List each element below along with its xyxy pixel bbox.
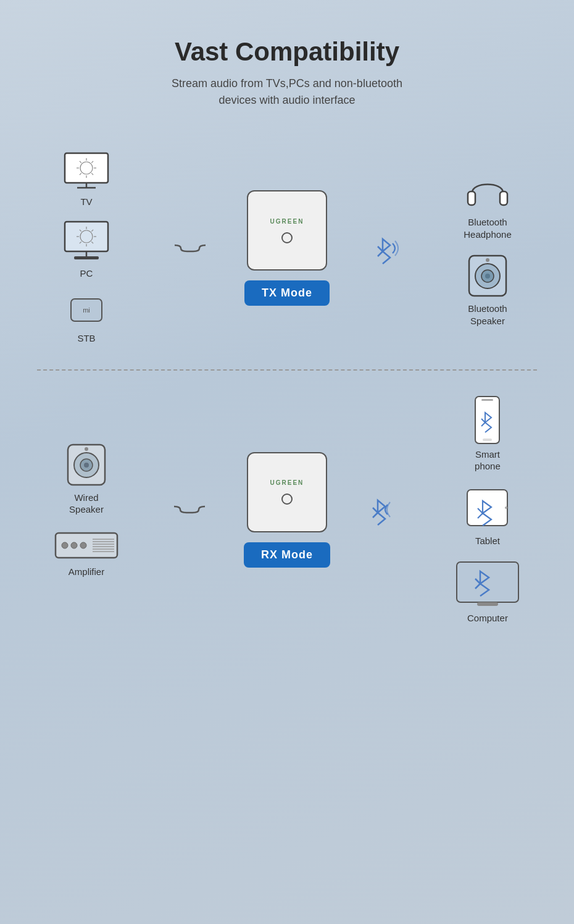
stb-icon: mi bbox=[68, 292, 105, 329]
svg-rect-64 bbox=[477, 602, 498, 606]
svg-line-27 bbox=[378, 251, 383, 256]
page-title: Vast Compatibility bbox=[0, 37, 574, 67]
bt-speaker-device: BluetoothSpeaker bbox=[466, 253, 509, 327]
svg-rect-23 bbox=[74, 256, 99, 259]
svg-rect-55 bbox=[481, 399, 493, 401]
page-subtitle: Stream audio from TVs,PCs and non-blueto… bbox=[0, 75, 574, 109]
amplifier-label: Amplifier bbox=[69, 566, 104, 578]
tablet-device: Tablet bbox=[464, 485, 510, 547]
svg-point-41 bbox=[62, 542, 68, 548]
computer-icon bbox=[454, 559, 522, 608]
brand-label-rx: UGREEN bbox=[270, 479, 304, 486]
pc-icon bbox=[62, 220, 111, 264]
headphone-label: BluetoothHeadphone bbox=[464, 216, 512, 240]
svg-rect-28 bbox=[468, 191, 475, 205]
tx-bt-signal bbox=[365, 230, 402, 267]
svg-rect-0 bbox=[65, 153, 108, 183]
tv-label: TV bbox=[80, 196, 92, 208]
amplifier-device: Amplifier bbox=[52, 528, 120, 578]
tx-cable-connector bbox=[172, 239, 209, 258]
wired-speaker-icon bbox=[65, 442, 108, 488]
tx-section: TV bbox=[0, 133, 574, 363]
svg-rect-29 bbox=[500, 191, 507, 205]
stb-label: STB bbox=[77, 332, 95, 345]
svg-line-51 bbox=[373, 513, 378, 518]
rx-device-box: UGREEN bbox=[247, 452, 327, 532]
svg-rect-12 bbox=[65, 222, 108, 251]
rx-diagram-row: WiredSpeaker bbox=[37, 395, 537, 624]
rx-bt-signal bbox=[365, 491, 402, 528]
computer-label: Computer bbox=[467, 612, 508, 624]
header: Vast Compatibility Stream audio from TVs… bbox=[0, 37, 574, 109]
tx-diagram-row: TV bbox=[37, 152, 537, 345]
rx-center: UGREEN RX Mode bbox=[244, 452, 330, 568]
tx-mode-button[interactable]: TX Mode bbox=[244, 280, 330, 306]
svg-point-39 bbox=[85, 447, 88, 451]
rx-left-devices: WiredSpeaker bbox=[37, 442, 136, 578]
tx-led bbox=[281, 232, 293, 243]
svg-point-33 bbox=[485, 274, 490, 279]
brand-label-tx: UGREEN bbox=[270, 218, 304, 225]
svg-rect-61 bbox=[457, 562, 518, 602]
rx-cable-connector bbox=[171, 500, 208, 519]
smartphone-icon bbox=[470, 395, 504, 445]
wired-speaker-label: WiredSpeaker bbox=[69, 492, 104, 516]
tv-device: TV bbox=[62, 152, 111, 208]
pc-label: PC bbox=[80, 267, 93, 280]
tx-center: UGREEN TX Mode bbox=[244, 190, 330, 306]
amplifier-icon bbox=[52, 528, 120, 562]
tablet-icon bbox=[464, 485, 510, 531]
rx-right-devices: Smartphone bbox=[438, 395, 537, 624]
section-divider bbox=[37, 369, 537, 371]
smartphone-device: Smartphone bbox=[470, 395, 504, 472]
bt-speaker-label: BluetoothSpeaker bbox=[468, 303, 507, 327]
rx-mode-button[interactable]: RX Mode bbox=[244, 542, 330, 568]
svg-rect-57 bbox=[467, 490, 507, 526]
svg-point-38 bbox=[84, 463, 89, 468]
svg-point-42 bbox=[71, 542, 77, 548]
tv-icon bbox=[62, 152, 111, 192]
headphone-device: BluetoothHeadphone bbox=[463, 169, 512, 240]
page: Vast Compatibility Stream audio from TVs… bbox=[0, 0, 574, 668]
pc-device: PC bbox=[62, 220, 111, 280]
smartphone-label: Smartphone bbox=[475, 448, 501, 472]
tx-right-devices: BluetoothHeadphone BluetoothSpeaker bbox=[438, 169, 537, 327]
svg-point-43 bbox=[80, 542, 86, 548]
svg-point-60 bbox=[505, 506, 507, 509]
tx-device-box: UGREEN bbox=[247, 190, 327, 271]
svg-point-34 bbox=[486, 258, 489, 262]
rx-led bbox=[281, 494, 293, 505]
tx-left-devices: TV bbox=[37, 152, 136, 345]
wired-speaker-device: WiredSpeaker bbox=[65, 442, 108, 516]
svg-text:mi: mi bbox=[83, 306, 90, 314]
bt-speaker-icon bbox=[466, 253, 509, 299]
svg-rect-56 bbox=[483, 439, 492, 441]
tablet-label: Tablet bbox=[475, 535, 500, 547]
stb-device: mi STB bbox=[68, 292, 105, 345]
computer-device: Computer bbox=[454, 559, 522, 624]
rx-section: WiredSpeaker bbox=[0, 377, 574, 643]
headphone-icon bbox=[463, 169, 512, 212]
